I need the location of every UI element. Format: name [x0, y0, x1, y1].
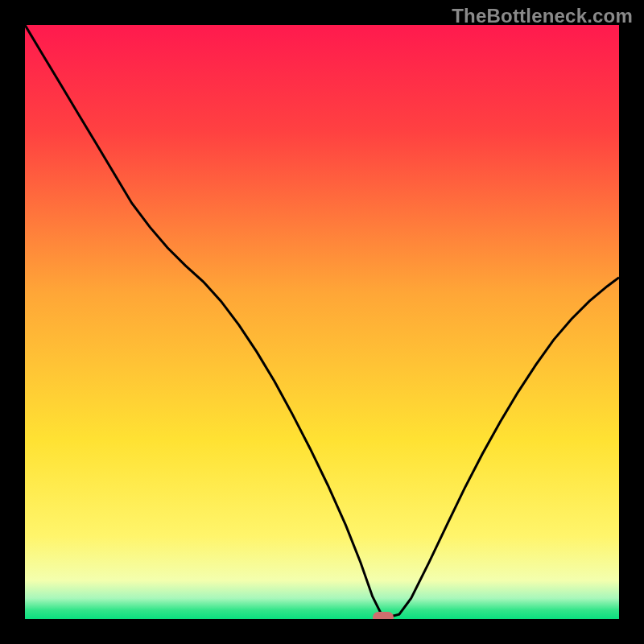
gradient-background [25, 25, 619, 619]
watermark-text: TheBottleneck.com [452, 5, 633, 27]
chart-frame: TheBottleneck.com [0, 0, 644, 644]
plot-area [25, 25, 619, 619]
optimal-point-marker [373, 612, 394, 619]
bottleneck-chart [25, 25, 619, 619]
